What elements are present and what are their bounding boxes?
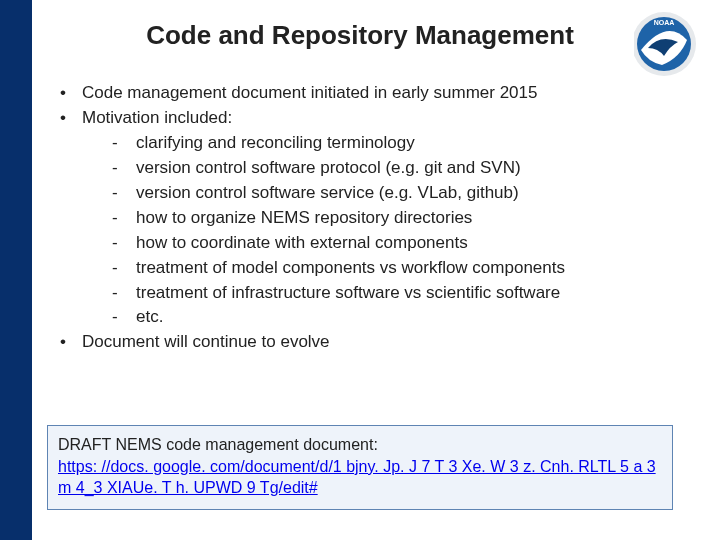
list-item: clarifying and reconciling terminology bbox=[82, 132, 676, 155]
draft-box: DRAFT NEMS code management document: htt… bbox=[47, 425, 673, 510]
logo-text: NOAA bbox=[654, 19, 675, 26]
bullet-text: version control software service (e.g. V… bbox=[136, 183, 519, 202]
list-item: how to organize NEMS repository director… bbox=[82, 207, 676, 230]
bullet-text: clarifying and reconciling terminology bbox=[136, 133, 415, 152]
list-item: version control software service (e.g. V… bbox=[82, 182, 676, 205]
draft-link[interactable]: https: //docs. google. com/document/d/1 … bbox=[58, 458, 656, 497]
list-item: treatment of infrastructure software vs … bbox=[82, 282, 676, 305]
sub-bullet-list: clarifying and reconciling terminology v… bbox=[82, 132, 676, 330]
list-item: how to coordinate with external componen… bbox=[82, 232, 676, 255]
list-item: Code management document initiated in ea… bbox=[56, 82, 676, 105]
bullet-text: how to organize NEMS repository director… bbox=[136, 208, 472, 227]
noaa-logo-icon: NOAA bbox=[634, 10, 700, 76]
bullet-text: Motivation included: bbox=[82, 108, 232, 127]
list-item: treatment of model components vs workflo… bbox=[82, 257, 676, 280]
bullet-text: treatment of model components vs workflo… bbox=[136, 258, 565, 277]
list-item: etc. bbox=[82, 306, 676, 329]
list-item: Document will continue to evolve bbox=[56, 331, 676, 354]
bullet-text: etc. bbox=[136, 307, 163, 326]
slide-title: Code and Repository Management bbox=[0, 20, 720, 51]
slide-body: Code management document initiated in ea… bbox=[56, 82, 676, 356]
bullet-list: Code management document initiated in ea… bbox=[56, 82, 676, 354]
bullet-text: version control software protocol (e.g. … bbox=[136, 158, 521, 177]
bullet-text: Document will continue to evolve bbox=[82, 332, 330, 351]
bullet-text: treatment of infrastructure software vs … bbox=[136, 283, 560, 302]
slide: Code and Repository Management NOAA Code… bbox=[0, 0, 720, 540]
left-accent-bar bbox=[0, 0, 32, 540]
draft-label: DRAFT NEMS code management document: bbox=[58, 436, 378, 453]
list-item: Motivation included: clarifying and reco… bbox=[56, 107, 676, 329]
list-item: version control software protocol (e.g. … bbox=[82, 157, 676, 180]
bullet-text: Code management document initiated in ea… bbox=[82, 83, 537, 102]
bullet-text: how to coordinate with external componen… bbox=[136, 233, 468, 252]
